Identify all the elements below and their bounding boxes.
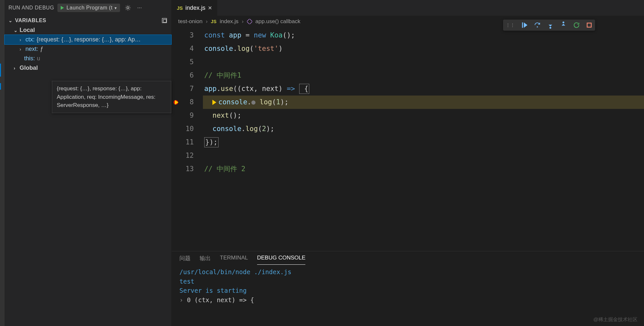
chevron-right-icon: ›: [20, 47, 23, 52]
run-debug-title: RUN AND DEBUG: [8, 5, 54, 11]
more-icon[interactable]: ···: [136, 4, 143, 12]
launch-config-dropdown[interactable]: Launch Program (t ▾: [57, 4, 120, 12]
variable-next[interactable]: › next: ƒ: [5, 44, 171, 54]
js-file-icon: JS: [177, 5, 183, 11]
variable-ctx[interactable]: › ctx: {request: {…}, response: {…}, app…: [5, 35, 171, 44]
svg-rect-6: [587, 23, 591, 27]
line-number[interactable]: 13: [172, 162, 203, 176]
code-line-current[interactable]: console.● log(1);: [203, 96, 644, 109]
grip-icon[interactable]: ⋮⋮: [506, 22, 515, 28]
variable-this[interactable]: this: u: [5, 54, 171, 63]
breadcrumb-file[interactable]: index.js: [220, 18, 238, 25]
symbol-icon: [247, 19, 252, 24]
console-input-line[interactable]: › 0 (ctx, next) => {: [179, 295, 636, 305]
collapse-icon[interactable]: [161, 18, 167, 23]
line-number[interactable]: 5: [172, 55, 203, 69]
code-line[interactable]: next();: [203, 109, 644, 122]
console-line: /usr/local/bin/node ./index.js: [179, 267, 636, 277]
line-number[interactable]: 4: [172, 42, 203, 55]
variable-key: this:: [24, 55, 35, 62]
launch-config-label: Launch Program (t: [67, 5, 113, 11]
tab-problems[interactable]: 问题: [179, 255, 191, 265]
breadcrumb-symbol[interactable]: app.use() callback: [255, 18, 300, 25]
bottom-panel: 问题 输出 TERMINAL DEBUG CONSOLE /usr/local/…: [172, 251, 644, 326]
code-line[interactable]: [203, 55, 644, 69]
code-editor[interactable]: 3 4 5 6 7 8 9 10 11 12 13 const app = ne…: [172, 27, 644, 251]
variables-label: VARIABLES: [15, 18, 46, 23]
restart-button[interactable]: [573, 22, 580, 29]
tab-terminal[interactable]: TERMINAL: [220, 255, 248, 265]
variable-value: u: [37, 55, 40, 62]
variable-tooltip: {request: {…}, response: {…}, app: Appli…: [52, 81, 171, 113]
chevron-right-icon: ›: [242, 18, 244, 25]
debug-toolbar[interactable]: ⋮⋮: [503, 20, 595, 31]
line-number[interactable]: 12: [172, 149, 203, 162]
chevron-right-icon: ›: [206, 18, 208, 25]
variable-key: ctx:: [25, 36, 35, 43]
line-number[interactable]: 10: [172, 122, 203, 136]
execution-pointer-icon: [212, 100, 216, 105]
chevron-down-icon: ⌄: [8, 18, 12, 23]
variable-key: next:: [25, 46, 38, 52]
code-line[interactable]: });: [203, 136, 644, 149]
code-line[interactable]: app.use((ctx, next) => {: [203, 82, 644, 96]
line-number-breakpoint[interactable]: 8: [172, 96, 203, 109]
debug-sidebar: RUN AND DEBUG Launch Program (t ▾ ··· ⌄ …: [5, 0, 172, 326]
variables-section-header[interactable]: ⌄ VARIABLES: [5, 16, 171, 25]
console-line: Server is starting: [179, 286, 636, 295]
tab-bar: JS index.js ✕: [172, 0, 644, 16]
editor-group: JS index.js ✕ test-onion › JS index.js ›…: [172, 0, 644, 326]
line-number[interactable]: 9: [172, 109, 203, 122]
line-number[interactable]: 6: [172, 69, 203, 82]
code-line[interactable]: console.log(2);: [203, 122, 644, 136]
console-line: test: [179, 277, 636, 286]
tab-output[interactable]: 输出: [200, 255, 211, 265]
svg-point-4: [549, 27, 551, 29]
debug-console-body[interactable]: /usr/local/bin/node ./index.js test Serv…: [172, 265, 644, 326]
code-line[interactable]: // 中间件 2: [203, 162, 644, 176]
svg-point-5: [562, 22, 564, 23]
line-gutter[interactable]: 3 4 5 6 7 8 9 10 11 12 13: [172, 27, 203, 251]
variable-value: ƒ: [40, 46, 43, 52]
chevron-down-icon: ▾: [115, 6, 117, 10]
code-line[interactable]: [203, 149, 644, 162]
svg-rect-1: [163, 20, 166, 22]
activity-bar[interactable]: [0, 0, 5, 326]
step-into-button[interactable]: [547, 22, 554, 29]
close-icon[interactable]: ✕: [208, 5, 212, 11]
scope-global-label: Global: [20, 65, 38, 71]
panel-tabs: 问题 输出 TERMINAL DEBUG CONSOLE: [172, 251, 644, 265]
sidebar-header: RUN AND DEBUG Launch Program (t ▾ ···: [5, 0, 171, 16]
line-number[interactable]: 11: [172, 136, 203, 149]
step-over-button[interactable]: [534, 22, 541, 29]
code-line[interactable]: console.log('test'): [203, 42, 644, 55]
tab-label: index.js: [185, 5, 205, 11]
line-number[interactable]: 3: [172, 29, 203, 42]
continue-button[interactable]: [521, 22, 528, 29]
scope-global[interactable]: › Global: [5, 63, 171, 73]
gear-icon[interactable]: [123, 3, 132, 12]
code-line[interactable]: const app = new Koa();: [203, 29, 644, 42]
svg-rect-0: [162, 18, 167, 23]
scope-local[interactable]: ⌄ Local: [5, 25, 171, 35]
variable-value: {request: {…}, response: {…}, app: Ap…: [37, 36, 141, 43]
line-number[interactable]: 7: [172, 82, 203, 96]
js-file-icon: JS: [211, 19, 216, 24]
play-icon: [59, 5, 65, 10]
tab-debug-console[interactable]: DEBUG CONSOLE: [257, 255, 305, 265]
chevron-right-icon: ›: [14, 66, 18, 71]
stop-button[interactable]: [586, 22, 592, 28]
variables-tree: ⌄ Local › ctx: {request: {…}, response: …: [5, 25, 171, 73]
watermark: @稀土掘金技术社区: [593, 317, 637, 323]
tab-index-js[interactable]: JS index.js ✕: [172, 0, 218, 16]
prompt-icon: ›: [179, 296, 183, 304]
breadcrumb-root[interactable]: test-onion: [178, 18, 203, 25]
chevron-down-icon: ⌄: [14, 28, 18, 33]
chevron-right-icon: ›: [20, 37, 23, 42]
step-out-button[interactable]: [560, 22, 567, 29]
svg-rect-2: [247, 19, 252, 24]
scope-local-label: Local: [20, 27, 35, 34]
code-content[interactable]: const app = new Koa(); console.log('test…: [203, 27, 644, 251]
svg-point-3: [537, 26, 538, 28]
code-line[interactable]: // 中间件1: [203, 69, 644, 82]
